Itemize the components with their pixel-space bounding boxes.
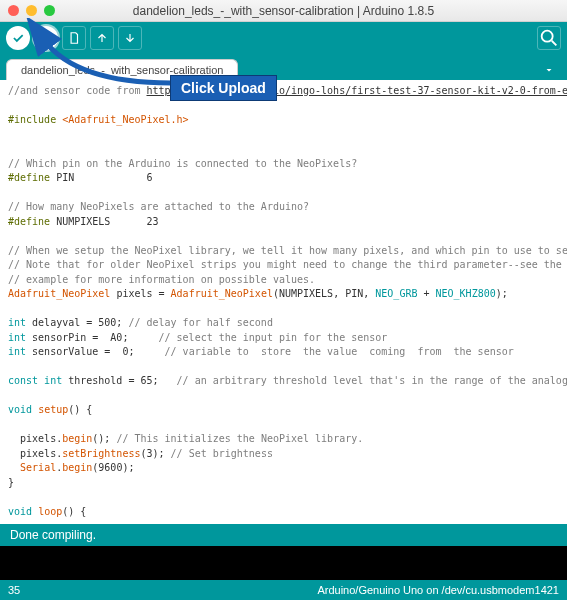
window-maximize-button[interactable] [44,5,55,16]
open-button[interactable] [90,26,114,50]
arrow-right-icon [39,31,53,45]
status-bar: Done compiling. [0,524,567,546]
chevron-down-icon [543,64,555,76]
window-close-button[interactable] [8,5,19,16]
check-icon [11,31,25,45]
magnifier-icon [538,27,560,49]
code-editor[interactable]: //and sensor code from https://www.hacks… [0,80,567,524]
tab-menu-button[interactable] [537,62,561,80]
serial-monitor-button[interactable] [537,26,561,50]
window-minimize-button[interactable] [26,5,37,16]
svg-point-0 [542,31,553,42]
tab-bar: dandelion_leds_-_with_sensor-calibration [0,54,567,80]
new-button[interactable] [62,26,86,50]
window-titlebar: dandelion_leds_-_with_sensor-calibration… [0,0,567,22]
line-number: 35 [8,584,20,596]
file-icon [67,31,81,45]
verify-button[interactable] [6,26,30,50]
console-output[interactable] [0,546,567,580]
arrow-up-icon [95,31,109,45]
toolbar [0,22,567,54]
board-port-label: Arduino/Genuino Uno on /dev/cu.usbmodem1… [317,584,559,596]
window-title: dandelion_leds_-_with_sensor-calibration… [0,4,567,18]
upload-button[interactable] [34,26,58,50]
arrow-down-icon [123,31,137,45]
footer-bar: 35 Arduino/Genuino Uno on /dev/cu.usbmod… [0,580,567,600]
upload-callout: Click Upload [170,75,277,101]
save-button[interactable] [118,26,142,50]
status-message: Done compiling. [10,528,96,542]
